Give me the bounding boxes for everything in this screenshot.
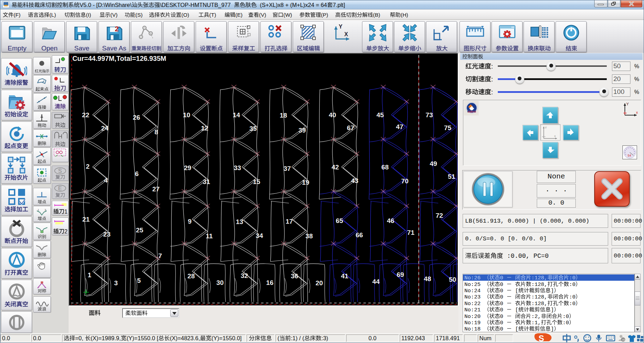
svg-text:49: 49 bbox=[430, 160, 437, 167]
svg-text:No:23: No:23 bbox=[464, 294, 484, 301]
svg-text:]: ] bbox=[551, 307, 554, 313]
svg-text:No:21: No:21 bbox=[464, 307, 484, 313]
svg-text:70: 70 bbox=[401, 177, 408, 185]
svg-text:\DESKTOP-HMTNUTB_977: \DESKTOP-HMTNUTB_977 bbox=[160, 2, 234, 8]
svg-text::: : bbox=[491, 75, 493, 82]
svg-text:2: 2 bbox=[64, 229, 68, 234]
svg-text:47: 47 bbox=[396, 123, 403, 130]
svg-text:1: 1 bbox=[88, 271, 92, 279]
svg-text:18: 18 bbox=[622, 338, 625, 341]
svg-text:23: 23 bbox=[103, 231, 110, 238]
svg-text::0: :0 bbox=[563, 313, 569, 320]
svg-text:X: X bbox=[344, 31, 348, 37]
svg-text::0.00, PC=0: :0.00, PC=0 bbox=[503, 253, 549, 260]
svg-text::1) / (: :1) / ( bbox=[291, 335, 305, 341]
svg-text:No:24: No:24 bbox=[464, 288, 484, 294]
svg-text:0: 0 bbox=[500, 320, 506, 326]
svg-text:3: 3 bbox=[114, 279, 118, 287]
svg-text:5: 5 bbox=[137, 277, 141, 284]
svg-text:(Y)=1550.0]: (Y)=1550.0] bbox=[212, 335, 242, 341]
svg-text:69: 69 bbox=[396, 271, 404, 278]
svg-text:73: 73 bbox=[425, 111, 433, 119]
svg-text:0: 0 bbox=[500, 301, 506, 307]
svg-text:0: 0 bbox=[500, 281, 506, 288]
svg-text:V5.0 - [D:\WinShare\: V5.0 - [D:\WinShare\ bbox=[80, 2, 132, 8]
svg-text:75: 75 bbox=[444, 124, 451, 131]
svg-text:39: 39 bbox=[298, 127, 306, 134]
svg-text:(W): (W) bbox=[283, 12, 292, 18]
svg-text:Y: Y bbox=[545, 126, 547, 129]
svg-text:31: 31 bbox=[203, 178, 210, 185]
svg-text:(H): (H) bbox=[401, 12, 408, 18]
svg-text:1: 1 bbox=[38, 208, 39, 212]
svg-text:能源科技: 能源科技 bbox=[468, 110, 476, 113]
svg-text:15: 15 bbox=[253, 178, 260, 185]
svg-text:(S): (S) bbox=[135, 12, 143, 18]
svg-text::0: :0 bbox=[563, 320, 569, 326]
svg-text:16: 16 bbox=[266, 279, 273, 286]
svg-text:28: 28 bbox=[187, 272, 195, 280]
svg-text::2,: :2, bbox=[531, 313, 541, 320]
svg-text:0: 0 bbox=[500, 294, 506, 301]
svg-text:21: 21 bbox=[82, 216, 90, 223]
svg-text:48: 48 bbox=[424, 275, 431, 282]
svg-text::0: :0 bbox=[569, 294, 576, 301]
svg-text:72: 72 bbox=[435, 212, 443, 219]
svg-text:Y: Y bbox=[626, 102, 629, 106]
svg-text:(O): (O) bbox=[181, 12, 189, 18]
svg-text:0: 0 bbox=[500, 313, 506, 320]
svg-text:66: 66 bbox=[355, 231, 363, 239]
svg-text:11: 11 bbox=[206, 232, 213, 240]
svg-text:No:25: No:25 bbox=[464, 281, 484, 288]
svg-text:19: 19 bbox=[302, 179, 309, 186]
svg-text:%: % bbox=[634, 89, 639, 95]
svg-text:30: 30 bbox=[216, 279, 223, 286]
svg-text:68: 68 bbox=[381, 163, 388, 171]
svg-text:4: 4 bbox=[104, 177, 108, 184]
svg-text::128,: :128, bbox=[531, 275, 547, 281]
svg-text:(: ( bbox=[277, 335, 280, 341]
svg-text:65: 65 bbox=[336, 217, 343, 224]
svg-text::128,: :128, bbox=[531, 281, 547, 288]
svg-text:20: 20 bbox=[315, 279, 323, 287]
svg-text:51: 51 bbox=[448, 173, 455, 180]
svg-text:(L): (L) bbox=[49, 12, 56, 18]
svg-text::3): :3) bbox=[322, 335, 328, 341]
svg-text:9: 9 bbox=[188, 218, 192, 225]
svg-text::: : bbox=[491, 62, 493, 70]
svg-text:54: 54 bbox=[628, 154, 631, 157]
svg-text:2: 2 bbox=[86, 163, 90, 170]
svg-text:40: 40 bbox=[329, 111, 336, 119]
svg-text:42: 42 bbox=[331, 163, 339, 171]
svg-text::0: :0 bbox=[569, 281, 576, 288]
svg-text:36: 36 bbox=[291, 272, 298, 280]
svg-text:[: [ bbox=[512, 326, 518, 333]
svg-text::0: :0 bbox=[569, 301, 576, 307]
svg-text:34: 34 bbox=[256, 232, 263, 239]
svg-text:41: 41 bbox=[341, 272, 348, 280]
svg-text:[: [ bbox=[512, 288, 518, 294]
svg-text:No:18: No:18 bbox=[464, 326, 484, 333]
svg-text:=0,: =0, bbox=[75, 335, 85, 341]
svg-text:32: 32 bbox=[241, 272, 248, 279]
svg-text:33: 33 bbox=[234, 164, 241, 172]
svg-text:(T): (T) bbox=[209, 12, 216, 18]
svg-text::: : bbox=[491, 88, 493, 95]
svg-text:7: 7 bbox=[158, 252, 162, 260]
svg-text::1,: :1, bbox=[531, 320, 541, 326]
svg-text:45: 45 bbox=[376, 111, 384, 119]
svg-text:(X)=1989.9,: (X)=1989.9, bbox=[91, 335, 121, 341]
svg-text:8: 8 bbox=[155, 128, 158, 136]
svg-text:No:22: No:22 bbox=[464, 301, 484, 307]
svg-text:67: 67 bbox=[347, 124, 354, 131]
svg-text:No:19: No:19 bbox=[464, 320, 484, 326]
svg-text:0: 0 bbox=[500, 288, 506, 294]
svg-text:2: 2 bbox=[115, 25, 119, 33]
svg-text:(P): (P) bbox=[321, 12, 328, 18]
svg-text:26: 26 bbox=[133, 114, 140, 121]
svg-text:(Y)=1550.0 [: (Y)=1550.0 [ bbox=[127, 335, 159, 341]
svg-text:(V): (V) bbox=[259, 12, 266, 18]
svg-text:0: 0 bbox=[500, 326, 506, 333]
svg-text:46: 46 bbox=[387, 217, 394, 224]
svg-text:37: 37 bbox=[283, 165, 291, 172]
